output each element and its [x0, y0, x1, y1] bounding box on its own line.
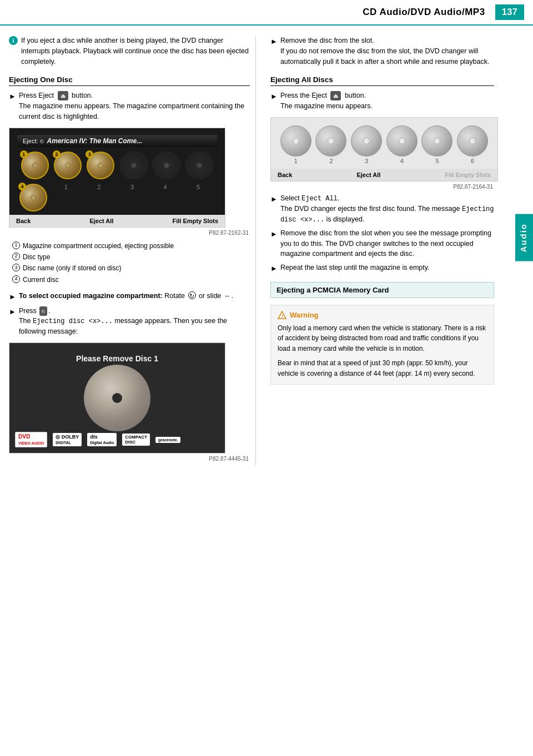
disc-num-label-1: 1 — [64, 184, 68, 190]
disc-hole-1 — [32, 163, 38, 168]
img-ref-3: P82.87-2164-31 — [270, 184, 494, 190]
eject-all-button-1[interactable]: Eject All — [89, 218, 113, 224]
disc-badge-4b: 4 — [18, 183, 26, 190]
warning-text-1: Only load a memory card when the vehicle… — [278, 323, 487, 379]
bullet-to-select-text: To select occupied magazine compartment:… — [19, 291, 233, 303]
disc-circle-2: 2 — [54, 152, 82, 179]
disc-slot-4b: 4 — [19, 184, 47, 211]
section1-heading: Ejecting One Disc — [9, 75, 250, 86]
disc-num-label-3: 3 — [130, 184, 134, 190]
right-column: ► Remove the disc from the slot. If you … — [265, 36, 512, 465]
dolby-logo: ◎ DOLBYDIGITAL — [53, 433, 82, 446]
bullet-arrow-1: ► — [9, 91, 16, 122]
eject-button-icon-r: ⏏ — [330, 91, 341, 100]
warning-title-row: ! Warning — [278, 311, 487, 320]
bullet-select-text: Select Eject All. The DVD changer ejects… — [280, 193, 494, 225]
dts-logo: dtsDigital Audio — [87, 433, 117, 446]
disc-hole-6 — [197, 163, 202, 168]
disc-grid-1: 1 2 — [17, 147, 217, 184]
bullet-press-eject-all-text: Press the Eject ⏏ button. The magazine m… — [280, 90, 373, 112]
warning-para-1: Only load a memory card when the vehicle… — [278, 323, 487, 354]
disc-hole-3 — [98, 163, 103, 168]
disc-circle-4b: 4 — [19, 184, 47, 211]
warning-title-text: Warning — [290, 311, 319, 319]
bullet-arrow-2: ► — [9, 291, 16, 303]
instruction1-bold: To select occupied magazine compartment: — [19, 292, 163, 300]
press-button-icon: ⎋ — [39, 306, 47, 316]
legend-text-2: Disc type — [23, 251, 50, 263]
bullet-to-select: ► To select occupied magazine compartmen… — [9, 291, 250, 303]
disc-slot-r4: 4 — [386, 125, 418, 164]
disc-slot-r5: 5 — [421, 125, 454, 164]
disc-circle-5 — [153, 152, 180, 179]
bullet-arrow-3: ► — [9, 306, 16, 337]
eject-label: Eject: ⎋ — [23, 138, 44, 144]
disc-num-label-4: 4 — [164, 184, 167, 190]
legend-text-4: Current disc — [23, 274, 59, 285]
disc-slot-5 — [151, 152, 182, 179]
eject-all-button-r[interactable]: Eject All — [356, 172, 380, 178]
svg-text:!: ! — [282, 314, 284, 319]
disc-num-r3: 3 — [365, 158, 368, 164]
disc-grid-right: 1 2 3 — [280, 125, 489, 164]
bullet-arrow-r3: ► — [270, 194, 278, 225]
disc-numbers-row: 1 2 3 4 5 — [49, 184, 215, 191]
disc-badge-2: 2 — [53, 150, 61, 158]
legend-num-3: 3 — [12, 264, 20, 271]
bullet-arrow-r2: ► — [270, 91, 278, 112]
legend-item-3: 3 Disc name (only if stored on disc) — [12, 263, 250, 274]
bullet-remove-slot-text: Remove the disc from the slot when you s… — [280, 228, 494, 259]
warning-para-2: Bear in mind that at a speed of just 30 … — [278, 358, 487, 379]
disc-slot-3: 3 — [86, 152, 116, 179]
bullet-select-eject-all: ► Select Eject All. The DVD changer ejec… — [270, 193, 494, 225]
legend-num-1: 1 — [12, 241, 20, 249]
header-title: CD Audio/DVD Audio/MP3 — [363, 7, 485, 18]
disc-hole-r3 — [363, 138, 370, 144]
legend-list: 1 Magazine compartment occupied, ejectin… — [12, 240, 250, 286]
info-note: i If you eject a disc while another is b… — [9, 36, 250, 67]
bullet1-text: Press Eject ⏏ button. The magazine menu … — [19, 90, 250, 122]
disc-slot-4 — [118, 152, 149, 179]
left-column: i If you eject a disc while another is b… — [9, 36, 256, 465]
dvd-message-text: Please Remove Disc 1 — [76, 354, 158, 363]
back-button-r[interactable]: Back — [278, 172, 292, 178]
disc-slot-r1: 1 — [280, 125, 312, 164]
disc-circle-3: 3 — [87, 152, 114, 179]
page-number: 137 — [495, 4, 524, 20]
img-ref-2: P82.87-4445-31 — [9, 456, 250, 462]
disc-num-r4: 4 — [400, 158, 404, 164]
back-button-1[interactable]: Back — [16, 218, 31, 224]
magazine-inner-1: Eject: ⎋ American IV: The Man Come... 1 — [9, 128, 225, 215]
bullet-remove-slot: ► Remove the disc from the slot when you… — [270, 228, 494, 259]
eject-all-code: Eject All — [301, 195, 338, 203]
dvd-disc-hole — [112, 393, 122, 403]
disc-hole-r4 — [399, 138, 405, 144]
img-ref-1: P82.87-2162-31 — [9, 230, 250, 236]
disc-hole-5 — [164, 163, 169, 168]
magazine-inner-right: 1 2 3 — [271, 118, 497, 169]
info-icon: i — [9, 36, 18, 45]
eject-bar: Eject: ⎋ American IV: The Man Come... — [17, 135, 217, 147]
bottom-bar-1: Back Eject All Fill Empty Slots — [9, 215, 225, 227]
disc-num-r1: 1 — [294, 158, 298, 164]
disc-num-r6: 6 — [471, 158, 474, 164]
legend-item-4: 4 Current disc — [12, 274, 250, 285]
disc-badge-1: 1 — [20, 150, 28, 158]
bullet-press-text: Press ⎋. The Ejecting disc <x>... messag… — [19, 306, 250, 337]
disc-circle-r4 — [386, 125, 418, 157]
magazine-image-1: Eject: ⎋ American IV: The Man Come... 1 — [9, 128, 225, 228]
disc-circle-r1 — [280, 125, 311, 157]
legend-item-2: 2 Disc type — [12, 251, 250, 263]
bullet-press-eject: ► Press Eject ⏏ button. The magazine men… — [9, 90, 250, 122]
fill-slots-button-1[interactable]: Fill Empty Slots — [172, 218, 218, 224]
track-name: American IV: The Man Come... — [47, 137, 143, 145]
legend-num-2: 2 — [12, 253, 20, 260]
pcmcia-heading: Ejecting a PCMCIA Memory Card — [270, 282, 494, 298]
disc-circle-1: 1 — [21, 152, 49, 179]
info-note-text: If you eject a disc while another is bei… — [21, 36, 250, 67]
dvd-logo: DVDVIDEO·AUDIO — [15, 432, 47, 447]
bullet-arrow-r1: ► — [270, 36, 278, 67]
disc-num-r5: 5 — [435, 158, 439, 164]
disc-hole-r1 — [293, 138, 299, 144]
fill-slots-button-r[interactable]: Fill Empty Slots — [445, 172, 491, 178]
